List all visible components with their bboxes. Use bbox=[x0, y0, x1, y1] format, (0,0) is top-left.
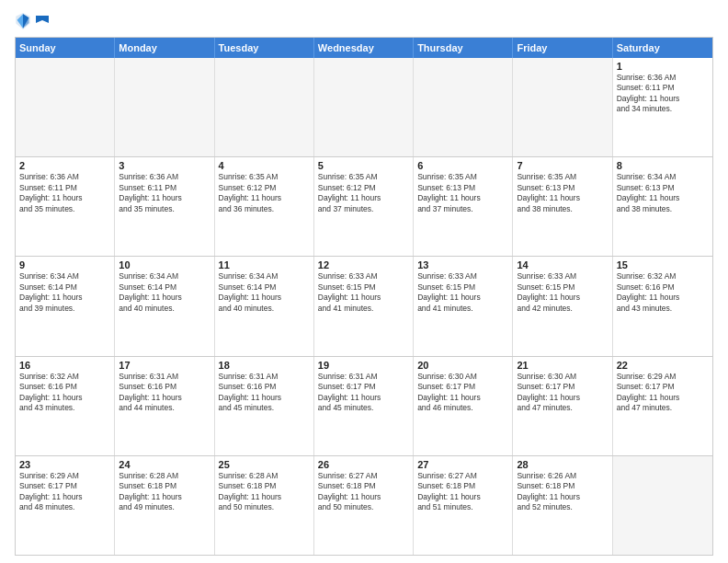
day-info: Sunrise: 6:31 AM Sunset: 6:16 PM Dayligh… bbox=[119, 372, 210, 414]
calendar-cell-w3-d1: 9Sunrise: 6:34 AM Sunset: 6:14 PM Daylig… bbox=[16, 257, 115, 355]
day-info: Sunrise: 6:36 AM Sunset: 6:11 PM Dayligh… bbox=[19, 172, 110, 214]
day-number: 15 bbox=[617, 259, 709, 270]
day-number: 17 bbox=[119, 360, 210, 371]
day-info: Sunrise: 6:34 AM Sunset: 6:13 PM Dayligh… bbox=[617, 172, 709, 214]
day-info: Sunrise: 6:27 AM Sunset: 6:18 PM Dayligh… bbox=[417, 471, 508, 513]
page: SundayMondayTuesdayWednesdayThursdayFrid… bbox=[0, 0, 728, 563]
day-info: Sunrise: 6:27 AM Sunset: 6:18 PM Dayligh… bbox=[318, 471, 409, 513]
calendar-cell-w1-d6 bbox=[513, 58, 612, 156]
logo-icon bbox=[15, 11, 31, 31]
day-number: 16 bbox=[19, 360, 110, 371]
header-day-thursday: Thursday bbox=[414, 38, 513, 58]
day-number: 4 bbox=[219, 160, 310, 171]
calendar-cell-w1-d1 bbox=[16, 58, 115, 156]
calendar-cell-w4-d4: 19Sunrise: 6:31 AM Sunset: 6:17 PM Dayli… bbox=[314, 357, 414, 455]
calendar-cell-w4-d6: 21Sunrise: 6:30 AM Sunset: 6:17 PM Dayli… bbox=[513, 357, 612, 455]
calendar-cell-w2-d7: 8Sunrise: 6:34 AM Sunset: 6:13 PM Daylig… bbox=[613, 157, 712, 256]
day-number: 12 bbox=[318, 259, 409, 270]
calendar-body: 1Sunrise: 6:36 AM Sunset: 6:11 PM Daylig… bbox=[16, 58, 712, 555]
calendar-cell-w2-d3: 4Sunrise: 6:35 AM Sunset: 6:12 PM Daylig… bbox=[215, 157, 314, 256]
calendar-cell-w4-d7: 22Sunrise: 6:29 AM Sunset: 6:17 PM Dayli… bbox=[613, 357, 712, 455]
day-info: Sunrise: 6:35 AM Sunset: 6:12 PM Dayligh… bbox=[219, 172, 310, 214]
day-number: 20 bbox=[417, 360, 508, 371]
calendar-cell-w1-d3 bbox=[215, 58, 314, 156]
day-info: Sunrise: 6:31 AM Sunset: 6:16 PM Dayligh… bbox=[219, 372, 310, 414]
day-info: Sunrise: 6:34 AM Sunset: 6:14 PM Dayligh… bbox=[19, 271, 110, 314]
logo-flag-icon bbox=[36, 16, 49, 27]
day-info: Sunrise: 6:35 AM Sunset: 6:13 PM Dayligh… bbox=[517, 172, 608, 214]
calendar-cell-w5-d4: 26Sunrise: 6:27 AM Sunset: 6:18 PM Dayli… bbox=[314, 456, 414, 555]
calendar-cell-w1-d7: 1Sunrise: 6:36 AM Sunset: 6:11 PM Daylig… bbox=[613, 58, 712, 156]
day-info: Sunrise: 6:33 AM Sunset: 6:15 PM Dayligh… bbox=[318, 271, 409, 314]
day-number: 9 bbox=[19, 259, 110, 270]
day-number: 3 bbox=[119, 160, 210, 171]
logo bbox=[15, 11, 50, 31]
day-info: Sunrise: 6:29 AM Sunset: 6:17 PM Dayligh… bbox=[19, 471, 110, 513]
calendar-cell-w1-d2 bbox=[115, 58, 214, 156]
calendar-cell-w5-d3: 25Sunrise: 6:28 AM Sunset: 6:18 PM Dayli… bbox=[215, 456, 314, 555]
day-info: Sunrise: 6:35 AM Sunset: 6:13 PM Dayligh… bbox=[417, 172, 508, 214]
calendar-cell-w1-d5 bbox=[414, 58, 513, 156]
calendar-cell-w3-d2: 10Sunrise: 6:34 AM Sunset: 6:14 PM Dayli… bbox=[115, 257, 214, 355]
day-number: 24 bbox=[119, 459, 210, 470]
header bbox=[15, 11, 713, 31]
day-info: Sunrise: 6:32 AM Sunset: 6:16 PM Dayligh… bbox=[19, 372, 110, 414]
day-info: Sunrise: 6:29 AM Sunset: 6:17 PM Dayligh… bbox=[617, 372, 709, 414]
day-number: 7 bbox=[517, 160, 608, 171]
logo-text bbox=[35, 16, 50, 27]
calendar-cell-w3-d3: 11Sunrise: 6:34 AM Sunset: 6:14 PM Dayli… bbox=[215, 257, 314, 355]
header-day-monday: Monday bbox=[115, 38, 214, 58]
day-number: 1 bbox=[617, 61, 709, 72]
calendar-cell-w5-d5: 27Sunrise: 6:27 AM Sunset: 6:18 PM Dayli… bbox=[414, 456, 513, 555]
calendar-cell-w2-d6: 7Sunrise: 6:35 AM Sunset: 6:13 PM Daylig… bbox=[513, 157, 612, 256]
day-number: 25 bbox=[219, 459, 310, 470]
calendar-week-2: 2Sunrise: 6:36 AM Sunset: 6:11 PM Daylig… bbox=[16, 157, 712, 257]
calendar-cell-w2-d5: 6Sunrise: 6:35 AM Sunset: 6:13 PM Daylig… bbox=[414, 157, 513, 256]
day-number: 2 bbox=[19, 160, 110, 171]
calendar-header-row: SundayMondayTuesdayWednesdayThursdayFrid… bbox=[16, 38, 712, 58]
calendar-cell-w4-d3: 18Sunrise: 6:31 AM Sunset: 6:16 PM Dayli… bbox=[215, 357, 314, 455]
day-number: 18 bbox=[219, 360, 310, 371]
calendar-cell-w4-d5: 20Sunrise: 6:30 AM Sunset: 6:17 PM Dayli… bbox=[414, 357, 513, 455]
day-number: 8 bbox=[617, 160, 709, 171]
calendar-cell-w2-d1: 2Sunrise: 6:36 AM Sunset: 6:11 PM Daylig… bbox=[16, 157, 115, 256]
day-number: 21 bbox=[517, 360, 608, 371]
day-number: 23 bbox=[19, 459, 110, 470]
calendar: SundayMondayTuesdayWednesdayThursdayFrid… bbox=[15, 37, 713, 556]
svg-marker-4 bbox=[36, 16, 49, 23]
day-number: 28 bbox=[517, 459, 608, 470]
header-day-tuesday: Tuesday bbox=[215, 38, 314, 58]
day-info: Sunrise: 6:36 AM Sunset: 6:11 PM Dayligh… bbox=[119, 172, 210, 214]
day-info: Sunrise: 6:34 AM Sunset: 6:14 PM Dayligh… bbox=[219, 271, 310, 314]
day-info: Sunrise: 6:28 AM Sunset: 6:18 PM Dayligh… bbox=[219, 471, 310, 513]
calendar-cell-w3-d5: 13Sunrise: 6:33 AM Sunset: 6:15 PM Dayli… bbox=[414, 257, 513, 355]
day-number: 26 bbox=[318, 459, 409, 470]
day-info: Sunrise: 6:36 AM Sunset: 6:11 PM Dayligh… bbox=[617, 73, 709, 115]
calendar-week-1: 1Sunrise: 6:36 AM Sunset: 6:11 PM Daylig… bbox=[16, 58, 712, 157]
day-number: 11 bbox=[219, 259, 310, 270]
day-number: 6 bbox=[417, 160, 508, 171]
calendar-cell-w5-d1: 23Sunrise: 6:29 AM Sunset: 6:17 PM Dayli… bbox=[16, 456, 115, 555]
day-info: Sunrise: 6:26 AM Sunset: 6:18 PM Dayligh… bbox=[517, 471, 608, 513]
calendar-cell-w5-d6: 28Sunrise: 6:26 AM Sunset: 6:18 PM Dayli… bbox=[513, 456, 612, 555]
day-info: Sunrise: 6:30 AM Sunset: 6:17 PM Dayligh… bbox=[517, 372, 608, 414]
calendar-cell-w4-d2: 17Sunrise: 6:31 AM Sunset: 6:16 PM Dayli… bbox=[115, 357, 214, 455]
day-info: Sunrise: 6:35 AM Sunset: 6:12 PM Dayligh… bbox=[318, 172, 409, 214]
calendar-week-3: 9Sunrise: 6:34 AM Sunset: 6:14 PM Daylig… bbox=[16, 257, 712, 356]
calendar-cell-w4-d1: 16Sunrise: 6:32 AM Sunset: 6:16 PM Dayli… bbox=[16, 357, 115, 455]
calendar-cell-w5-d2: 24Sunrise: 6:28 AM Sunset: 6:18 PM Dayli… bbox=[115, 456, 214, 555]
day-number: 5 bbox=[318, 160, 409, 171]
day-number: 14 bbox=[517, 259, 608, 270]
day-info: Sunrise: 6:31 AM Sunset: 6:17 PM Dayligh… bbox=[318, 372, 409, 414]
day-number: 19 bbox=[318, 360, 409, 371]
calendar-week-5: 23Sunrise: 6:29 AM Sunset: 6:17 PM Dayli… bbox=[16, 456, 712, 555]
day-info: Sunrise: 6:28 AM Sunset: 6:18 PM Dayligh… bbox=[119, 471, 210, 513]
day-number: 13 bbox=[417, 259, 508, 270]
calendar-cell-w5-d7 bbox=[613, 456, 712, 555]
day-info: Sunrise: 6:32 AM Sunset: 6:16 PM Dayligh… bbox=[617, 271, 709, 314]
calendar-cell-w1-d4 bbox=[314, 58, 414, 156]
header-day-saturday: Saturday bbox=[613, 38, 712, 58]
calendar-cell-w2-d4: 5Sunrise: 6:35 AM Sunset: 6:12 PM Daylig… bbox=[314, 157, 414, 256]
day-info: Sunrise: 6:34 AM Sunset: 6:14 PM Dayligh… bbox=[119, 271, 210, 314]
header-day-friday: Friday bbox=[513, 38, 612, 58]
